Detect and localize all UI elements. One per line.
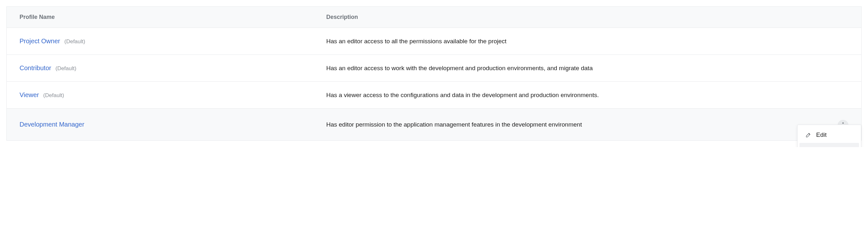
profile-description: Has an editor access to work with the de…	[313, 55, 825, 82]
default-tag: (Default)	[43, 92, 64, 98]
profiles-table: Profile Name Description Project Owner (…	[6, 6, 862, 141]
table-row: Project Owner (Default) Has an editor ac…	[7, 28, 862, 55]
profile-link-development-manager[interactable]: Development Manager	[20, 121, 84, 128]
profile-description: Has a viewer access to the configuration…	[313, 82, 825, 109]
menu-item-edit[interactable]: Edit	[800, 127, 859, 143]
profile-link-viewer[interactable]: Viewer	[20, 91, 39, 98]
row-actions-menu: Edit Delete	[797, 125, 861, 147]
table-row: Viewer (Default) Has a viewer access to …	[7, 82, 862, 109]
menu-item-label: Edit	[816, 131, 827, 139]
header-actions	[825, 7, 862, 28]
menu-item-delete[interactable]: Delete	[800, 143, 859, 147]
table-row: Contributor (Default) Has an editor acce…	[7, 55, 862, 82]
profile-link-contributor[interactable]: Contributor	[20, 64, 51, 71]
header-description: Description	[313, 7, 825, 28]
default-tag: (Default)	[55, 65, 76, 71]
default-tag: (Default)	[64, 38, 85, 44]
header-profile-name: Profile Name	[7, 7, 313, 28]
edit-icon	[805, 132, 812, 138]
table-header-row: Profile Name Description	[7, 7, 862, 28]
profile-description: Has an editor access to all the permissi…	[313, 28, 825, 55]
profile-description: Has editor permission to the application…	[313, 109, 825, 141]
table-row: Development Manager Has editor permissio…	[7, 109, 862, 141]
profile-link-project-owner[interactable]: Project Owner	[20, 37, 60, 44]
